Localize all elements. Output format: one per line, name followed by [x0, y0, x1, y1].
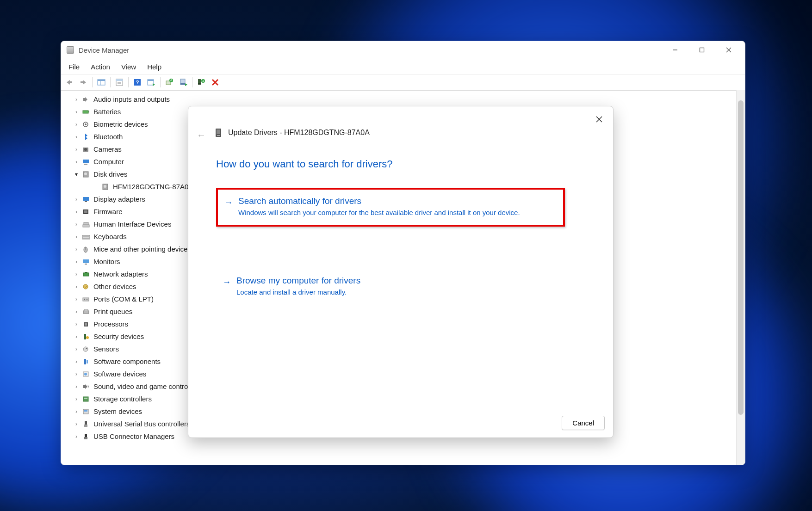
usbconn-icon — [81, 432, 91, 441]
chevron-icon: › — [73, 308, 80, 315]
chevron-icon: › — [73, 121, 80, 128]
uninstall-device-button[interactable]: + — [195, 76, 208, 88]
option-browse-computer[interactable]: → Browse my computer for drivers Locate … — [216, 269, 561, 304]
tree-item-label: Universal Serial Bus controllers — [93, 420, 190, 428]
svg-point-72 — [86, 336, 89, 339]
show-hide-tree-button[interactable] — [95, 76, 108, 88]
properties-button[interactable] — [113, 76, 126, 88]
maximize-button[interactable] — [688, 42, 715, 58]
chevron-icon: › — [73, 259, 80, 265]
svg-rect-84 — [84, 410, 87, 412]
chevron-icon: › — [73, 383, 80, 390]
update-driver-button[interactable] — [163, 76, 176, 88]
svg-rect-32 — [83, 98, 85, 101]
svg-rect-68 — [84, 309, 88, 311]
printer-icon — [81, 308, 91, 316]
svg-rect-47 — [83, 197, 89, 201]
arrow-right-icon: → — [224, 198, 233, 208]
tree-item-label: Sound, video and game controllers — [93, 382, 201, 390]
svg-rect-85 — [85, 421, 87, 425]
battery-icon — [81, 108, 91, 116]
svg-point-40 — [84, 148, 87, 151]
svg-rect-86 — [84, 425, 87, 427]
forward-button[interactable] — [77, 76, 90, 88]
toolbar: ? + — [61, 74, 745, 91]
svg-marker-6 — [83, 80, 86, 85]
svg-rect-92 — [217, 129, 220, 134]
menubar: File Action View Help — [61, 59, 745, 74]
svg-rect-12 — [116, 79, 123, 81]
port-icon — [81, 295, 91, 303]
svg-rect-58 — [83, 259, 89, 263]
svg-rect-64 — [83, 298, 89, 301]
svg-rect-75 — [84, 359, 86, 364]
menu-file[interactable]: File — [64, 62, 84, 72]
svg-point-65 — [84, 298, 85, 299]
svg-rect-34 — [83, 111, 88, 113]
biometric-icon — [81, 120, 91, 129]
tree-item-label: Firmware — [93, 208, 123, 215]
chevron-icon: › — [73, 159, 80, 165]
svg-rect-24 — [180, 83, 185, 85]
tree-item-label: Other devices — [93, 283, 136, 290]
display-icon — [81, 195, 91, 203]
svg-rect-61 — [85, 272, 87, 273]
close-button[interactable] — [715, 42, 742, 58]
tree-item-label: Computer — [93, 158, 124, 166]
scan-hardware-button[interactable] — [145, 76, 158, 88]
chevron-icon: › — [73, 421, 80, 427]
chevron-icon: › — [73, 346, 80, 352]
svg-rect-70 — [85, 323, 87, 326]
disable-device-button[interactable] — [177, 76, 190, 88]
help-button[interactable]: ? — [131, 76, 144, 88]
back-button[interactable] — [63, 76, 76, 88]
scrollbar-thumb[interactable] — [738, 100, 744, 415]
svg-rect-7 — [81, 81, 83, 83]
tree-item-label: Print queues — [93, 308, 132, 315]
svg-rect-51 — [83, 225, 89, 227]
svg-rect-87 — [85, 434, 87, 437]
tree-item-label: Sensors — [93, 345, 119, 353]
swcomp-icon — [81, 357, 91, 366]
cancel-button[interactable]: Cancel — [562, 416, 605, 430]
menu-help[interactable]: Help — [143, 62, 166, 72]
svg-marker-33 — [85, 97, 87, 102]
dialog-close-button[interactable] — [592, 112, 607, 127]
minimize-button[interactable] — [662, 42, 688, 58]
svg-rect-88 — [84, 437, 87, 439]
system-icon — [81, 407, 91, 416]
chevron-icon: › — [73, 221, 80, 228]
tree-item-label: Display adapters — [93, 195, 145, 203]
scrollbar[interactable] — [736, 90, 745, 465]
chevron-icon: › — [73, 283, 80, 290]
tree-item-label: Processors — [93, 320, 128, 328]
chevron-icon: › — [73, 433, 80, 440]
storage-icon — [81, 395, 91, 403]
option-search-automatically[interactable]: → Search automatically for drivers Windo… — [216, 188, 565, 227]
tree-item-label: Software devices — [93, 370, 146, 378]
delete-button[interactable] — [209, 76, 222, 88]
window-title: Device Manager — [79, 46, 129, 54]
chevron-icon: › — [73, 146, 80, 153]
network-icon — [81, 270, 91, 278]
svg-rect-53 — [82, 235, 90, 239]
dialog-back-button[interactable]: ← — [195, 129, 208, 142]
menu-view[interactable]: View — [117, 62, 141, 72]
menu-action[interactable]: Action — [86, 62, 115, 72]
svg-rect-52 — [84, 222, 88, 225]
chevron-icon: › — [73, 321, 80, 327]
update-drivers-dialog: ← Update Drivers - HFM128GDGTNG-87A0A Ho… — [188, 106, 614, 438]
titlebar[interactable]: Device Manager — [61, 41, 745, 59]
computer-icon — [81, 158, 91, 166]
disk-icon — [214, 128, 223, 138]
option-title: Browse my computer for drivers — [236, 276, 553, 286]
svg-marker-4 — [67, 80, 70, 85]
disk-icon — [101, 183, 110, 191]
svg-rect-81 — [83, 397, 88, 401]
security-icon — [81, 332, 91, 341]
tree-item[interactable]: ›Audio inputs and outputs — [70, 93, 736, 105]
mouse-icon — [81, 245, 91, 253]
svg-rect-27 — [198, 83, 201, 85]
chevron-icon: › — [73, 234, 80, 240]
bluetooth-icon — [81, 133, 91, 141]
